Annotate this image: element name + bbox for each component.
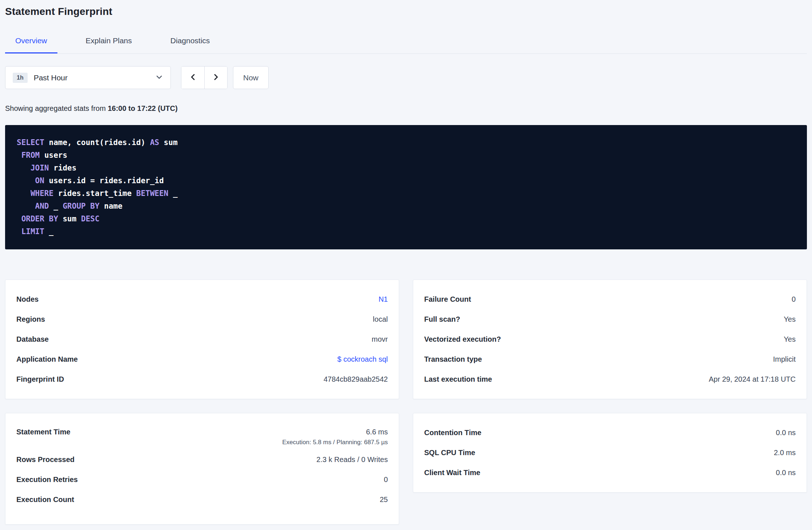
time-range-label: Past Hour	[34, 73, 155, 82]
stat-value-group: 4784cb829aab2542	[323, 375, 388, 384]
stat-row: Databasemovr	[16, 329, 388, 349]
stat-row: Transaction typeImplicit	[424, 349, 796, 369]
stat-label: Statement Time	[16, 428, 71, 436]
caption-time-range: 16:00 to 17:22 (UTC)	[108, 104, 177, 112]
stat-row: NodesN1	[16, 289, 388, 309]
stat-value: Yes	[784, 335, 796, 344]
sql-statement-box: SELECT name, count(rides.id) AS sum FROM…	[5, 125, 807, 249]
stat-value: 6.6 ms	[366, 428, 388, 436]
aggregated-stats-caption: Showing aggregated stats from 16:00 to 1…	[5, 104, 807, 113]
latency-stats-rows: Contention Time0.0 nsSQL CPU Time2.0 msC…	[424, 423, 796, 483]
stat-row: Execution Count25	[16, 490, 388, 510]
tab-explain-plans[interactable]: Explain Plans	[76, 36, 142, 53]
stat-value-group: $ cockroach sql	[337, 355, 388, 364]
stat-row: Application Name$ cockroach sql	[16, 349, 388, 369]
stat-value-group: 2.0 ms	[774, 449, 796, 457]
statement-details-rows: NodesN1RegionslocalDatabasemovrApplicati…	[16, 289, 388, 389]
tab-overview[interactable]: Overview	[5, 36, 57, 53]
stat-row: Rows Processed2.3 k Reads / 0 Writes	[16, 450, 388, 470]
nodes-link[interactable]: N1	[378, 295, 388, 304]
stat-value-group: movr	[372, 335, 388, 344]
page-title: Statement Fingerprint	[5, 6, 807, 17]
stat-value-group: 0	[384, 475, 388, 484]
stat-label: Contention Time	[424, 429, 481, 437]
stat-row: Vectorized execution?Yes	[424, 329, 796, 349]
time-range-badge: 1h	[13, 73, 28, 83]
stat-row: Full scan?Yes	[424, 309, 796, 329]
stat-value: Apr 29, 2024 at 17:18 UTC	[709, 375, 796, 384]
stat-value: 0.0 ns	[776, 429, 796, 437]
stat-row: Client Wait Time0.0 ns	[424, 463, 796, 483]
stat-label: Last execution time	[424, 375, 492, 384]
stat-row: Statement Time6.6 msExecution: 5.8 ms / …	[16, 423, 388, 450]
stat-row: Execution Retries0	[16, 470, 388, 490]
stat-value-group: Implicit	[773, 355, 796, 364]
details-cards-row: NodesN1RegionslocalDatabasemovrApplicati…	[5, 280, 807, 399]
stat-value-group: N1	[378, 295, 388, 304]
stat-label: Nodes	[16, 295, 39, 304]
sql-line: FROM users	[17, 149, 795, 162]
tab-bar: OverviewExplain PlansDiagnostics	[5, 36, 807, 54]
interval-arrow-group	[181, 66, 228, 89]
execution-attributes-card: Failure Count0Full scan?YesVectorized ex…	[413, 280, 807, 399]
stat-label: Fingerprint ID	[16, 375, 64, 384]
stat-value: 0	[384, 475, 388, 484]
now-button[interactable]: Now	[233, 66, 269, 89]
chevron-down-icon	[155, 73, 163, 82]
stat-label: Database	[16, 335, 49, 344]
stat-value-group: 6.6 msExecution: 5.8 ms / Planning: 687.…	[282, 428, 388, 446]
stat-value-group: 0.0 ns	[776, 469, 796, 477]
stat-subvalue: Execution: 5.8 ms / Planning: 687.5 µs	[282, 439, 388, 446]
stat-label: SQL CPU Time	[424, 449, 475, 457]
sql-line: AND _ GROUP BY name	[17, 200, 795, 213]
sql-line: WHERE rides.start_time BETWEEN _	[17, 187, 795, 200]
stat-row: Last execution timeApr 29, 2024 at 17:18…	[424, 369, 796, 389]
application-name-link[interactable]: $ cockroach sql	[337, 355, 388, 364]
stat-label: Transaction type	[424, 355, 482, 364]
execution-attributes-rows: Failure Count0Full scan?YesVectorized ex…	[424, 289, 796, 389]
sql-line: JOIN rides	[17, 162, 795, 174]
stat-value: local	[373, 315, 388, 324]
stat-label: Execution Retries	[16, 475, 78, 484]
stat-value-group: 2.3 k Reads / 0 Writes	[317, 455, 388, 464]
tab-diagnostics[interactable]: Diagnostics	[160, 36, 220, 53]
statement-details-card: NodesN1RegionslocalDatabasemovrApplicati…	[5, 280, 399, 399]
stat-label: Failure Count	[424, 295, 471, 304]
stats-cards-row: Statement Time6.6 msExecution: 5.8 ms / …	[5, 413, 807, 525]
next-interval-button[interactable]	[204, 67, 227, 89]
stat-value: 2.3 k Reads / 0 Writes	[317, 455, 388, 464]
sql-line: LIMIT _	[17, 225, 795, 238]
stat-value-group: Apr 29, 2024 at 17:18 UTC	[709, 375, 796, 384]
stat-value: Yes	[784, 315, 796, 324]
stat-label: Vectorized execution?	[424, 335, 501, 344]
latency-stats-card: Contention Time0.0 nsSQL CPU Time2.0 msC…	[413, 413, 807, 493]
stat-label: Application Name	[16, 355, 78, 364]
stat-label: Client Wait Time	[424, 469, 480, 477]
stat-value-group: 0	[792, 295, 796, 304]
stat-value: 2.0 ms	[774, 449, 796, 457]
sql-line: SELECT name, count(rides.id) AS sum	[17, 136, 795, 149]
stat-value: 0	[792, 295, 796, 304]
chevron-left-icon	[189, 73, 197, 83]
sql-line: ORDER BY sum DESC	[17, 213, 795, 225]
time-interval-controls: 1h Past Hour Now	[5, 66, 807, 89]
stat-row: Fingerprint ID4784cb829aab2542	[16, 369, 388, 389]
stat-value: Implicit	[773, 355, 796, 364]
chevron-right-icon	[212, 73, 220, 83]
stat-row: Failure Count0	[424, 289, 796, 309]
statement-times-card: Statement Time6.6 msExecution: 5.8 ms / …	[5, 413, 399, 525]
statement-fingerprint-page: Statement Fingerprint OverviewExplain Pl…	[0, 0, 812, 525]
stat-value: 4784cb829aab2542	[323, 375, 388, 384]
stat-row: Regionslocal	[16, 309, 388, 329]
previous-interval-button[interactable]	[181, 67, 204, 89]
stat-value-group: Yes	[784, 315, 796, 324]
sql-line: ON users.id = rides.rider_id	[17, 174, 795, 187]
statement-times-rows: Statement Time6.6 msExecution: 5.8 ms / …	[16, 423, 388, 510]
stat-value-group: Yes	[784, 335, 796, 344]
stat-value: 25	[380, 495, 388, 504]
time-range-dropdown[interactable]: 1h Past Hour	[5, 66, 171, 89]
stat-value: 0.0 ns	[776, 469, 796, 477]
stat-value-group: 0.0 ns	[776, 429, 796, 437]
stat-label: Regions	[16, 315, 45, 324]
stat-label: Rows Processed	[16, 455, 75, 464]
